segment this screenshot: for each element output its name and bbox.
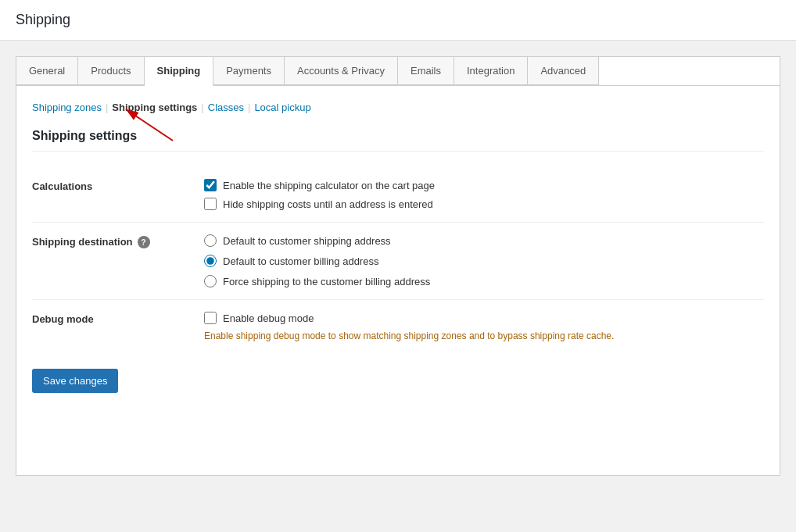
dest-shipping-row: Default to customer shipping address bbox=[204, 234, 764, 247]
calculations-row: Calculations Enable the shipping calcula… bbox=[32, 167, 764, 223]
save-changes-button[interactable]: Save changes bbox=[32, 369, 118, 393]
calc-calculator-row: Enable the shipping calculator on the ca… bbox=[204, 179, 764, 191]
tab-advanced[interactable]: Advanced bbox=[528, 57, 599, 85]
content-area: Shipping zones | Shipping settings | Cla… bbox=[16, 85, 780, 476]
shipping-destination-row: Shipping destination ? Default to custom… bbox=[32, 223, 764, 300]
tab-integration[interactable]: Integration bbox=[454, 57, 528, 85]
calc-hide-label: Hide shipping costs until an address is … bbox=[223, 198, 433, 210]
tab-shipping[interactable]: Shipping bbox=[145, 57, 214, 86]
dest-force-billing-radio[interactable] bbox=[204, 275, 217, 287]
calc-hide-checkbox[interactable] bbox=[204, 198, 217, 210]
sub-nav-sep-3: | bbox=[248, 102, 250, 113]
dest-shipping-label: Default to customer shipping address bbox=[223, 235, 391, 247]
debug-mode-row: Debug mode Enable debug mode Enable ship… bbox=[32, 300, 764, 353]
shipping-destination-controls: Default to customer shipping address Def… bbox=[204, 234, 764, 287]
sub-nav-shipping-zones[interactable]: Shipping zones bbox=[32, 102, 102, 113]
debug-enable-checkbox[interactable] bbox=[204, 312, 217, 324]
dest-billing-row: Default to customer billing address bbox=[204, 255, 764, 267]
help-icon[interactable]: ? bbox=[138, 236, 150, 248]
dest-billing-radio[interactable] bbox=[204, 255, 217, 267]
sub-nav: Shipping zones | Shipping settings | Cla… bbox=[32, 102, 764, 113]
tabs-nav: General Products Shipping Payments Accou… bbox=[16, 56, 780, 85]
tab-payments[interactable]: Payments bbox=[213, 57, 285, 85]
calculations-label: Calculations bbox=[32, 179, 204, 192]
debug-enable-label: Enable debug mode bbox=[223, 312, 314, 324]
debug-enable-row: Enable debug mode bbox=[204, 312, 764, 324]
sub-nav-local-pickup[interactable]: Local pickup bbox=[254, 102, 310, 113]
sub-nav-sep-1: | bbox=[106, 102, 108, 113]
section-title: Shipping settings bbox=[32, 129, 764, 152]
dest-billing-label: Default to customer billing address bbox=[223, 255, 378, 267]
dest-force-billing-label: Force shipping to the customer billing a… bbox=[223, 276, 430, 287]
tab-products[interactable]: Products bbox=[78, 57, 144, 85]
calc-hide-row: Hide shipping costs until an address is … bbox=[204, 198, 764, 210]
tab-emails[interactable]: Emails bbox=[398, 57, 454, 85]
tab-accounts-privacy[interactable]: Accounts & Privacy bbox=[285, 57, 398, 85]
sub-nav-container: Shipping zones | Shipping settings | Cla… bbox=[32, 102, 764, 113]
calc-calculator-checkbox[interactable] bbox=[204, 179, 217, 191]
shipping-destination-label: Shipping destination ? bbox=[32, 234, 204, 248]
debug-hint-text: Enable shipping debug mode to show match… bbox=[204, 330, 764, 341]
sub-nav-sep-2: | bbox=[201, 102, 203, 113]
debug-mode-controls: Enable debug mode Enable shipping debug … bbox=[204, 312, 764, 341]
tab-general[interactable]: General bbox=[16, 57, 78, 85]
page-title: Shipping bbox=[16, 12, 780, 28]
sub-nav-classes[interactable]: Classes bbox=[208, 102, 244, 113]
dest-force-billing-row: Force shipping to the customer billing a… bbox=[204, 275, 764, 287]
debug-mode-label: Debug mode bbox=[32, 312, 204, 325]
dest-shipping-radio[interactable] bbox=[204, 234, 217, 247]
calc-calculator-label: Enable the shipping calculator on the ca… bbox=[223, 180, 435, 191]
sub-nav-shipping-settings[interactable]: Shipping settings bbox=[112, 102, 197, 113]
calculations-controls: Enable the shipping calculator on the ca… bbox=[204, 179, 764, 210]
